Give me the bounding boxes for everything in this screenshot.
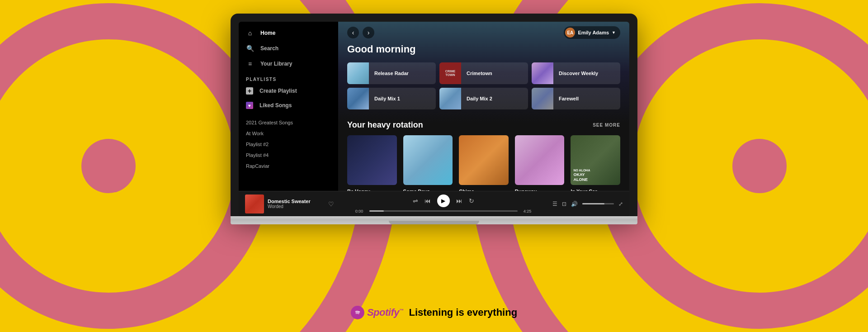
volume-fill <box>582 203 604 204</box>
np-artist-name: Worded <box>268 204 322 209</box>
fullscreen-button[interactable]: ⤢ <box>618 201 623 207</box>
daily-mix-1-art <box>347 88 369 109</box>
release-radar-art <box>347 62 369 84</box>
spotify-app: ⌂ Home 🔍 Search ≡ Your Library PLAYLISTS <box>239 22 629 216</box>
be-happy-art <box>347 135 397 185</box>
rotation-card-runaway[interactable]: Runaway Beast Coast <box>515 135 565 191</box>
sidebar-item-search[interactable]: 🔍 Search <box>239 41 338 56</box>
user-menu-button[interactable]: EA Emily Adams ▼ <box>564 26 620 39</box>
some-days-art <box>403 135 453 185</box>
progress-fill <box>369 210 384 212</box>
playlist-item[interactable]: Playlist #4 <box>239 150 338 161</box>
chime-title: Chime <box>459 189 509 191</box>
search-icon: 🔍 <box>246 44 254 52</box>
liked-songs-label: Liked Songs <box>259 102 292 109</box>
player-controls: ⇌ ⏮ ▶ ⏭ ↻ 0:00 4:25 <box>338 194 549 213</box>
some-days-title: Some Days <box>403 189 453 191</box>
sidebar-item-home[interactable]: ⌂ Home <box>239 25 338 41</box>
playlists-section-label: PLAYLISTS <box>239 71 338 84</box>
spotify-name: Spotify™ <box>367 307 404 318</box>
rotation-grid: Be Happy Gene Evaro Jr. Some Days Ira Wo… <box>347 135 620 191</box>
progress-bar[interactable]: 0:00 4:25 <box>353 209 534 213</box>
be-happy-title: Be Happy <box>347 189 397 191</box>
release-radar-label: Release Radar <box>369 71 414 76</box>
library-icon: ≡ <box>246 60 254 68</box>
playlist-item[interactable]: Playlist #2 <box>239 139 338 150</box>
previous-button[interactable]: ⏮ <box>425 197 431 204</box>
farewell-art <box>532 88 553 109</box>
daily-mix-1-label: Daily Mix 1 <box>369 96 406 101</box>
now-playing-info: Domestic Sweater Worded <box>268 199 322 209</box>
heart-button[interactable]: ♡ <box>328 200 334 208</box>
queue-button[interactable]: ☰ <box>552 201 557 207</box>
home-icon: ⌂ <box>246 29 254 37</box>
branding: Spotify™ Listening is everything <box>351 306 517 319</box>
rotation-card-be-happy[interactable]: Be Happy Gene Evaro Jr. <box>347 135 397 191</box>
runaway-art <box>515 135 565 185</box>
now-playing-artwork <box>245 194 264 213</box>
now-playing-bar: Domestic Sweater Worded ♡ ⇌ ⏮ ▶ ⏭ ↻ <box>239 191 629 216</box>
home-label: Home <box>260 30 275 36</box>
rotation-card-chime[interactable]: Chime Alan Gogoll <box>459 135 509 191</box>
back-button[interactable]: ‹ <box>347 27 359 38</box>
np-track-title: Domestic Sweater <box>268 199 322 204</box>
plus-icon: + <box>246 87 253 95</box>
quick-card-daily-mix-2[interactable]: Daily Mix 2 <box>439 88 528 109</box>
quick-card-discover-weekly[interactable]: Discover Weekly <box>532 62 620 84</box>
create-playlist-btn[interactable]: + Create Playlist <box>239 84 338 98</box>
crimetown-label: Crimetown <box>461 71 498 76</box>
svg-point-9 <box>732 139 787 193</box>
discover-weekly-art <box>532 62 553 84</box>
forward-button[interactable]: › <box>363 27 374 38</box>
player-buttons: ⇌ ⏮ ▶ ⏭ ↻ <box>413 194 474 207</box>
shuffle-button[interactable]: ⇌ <box>413 197 418 204</box>
rotation-card-some-days[interactable]: Some Days Ira Wolf <box>403 135 453 191</box>
play-pause-button[interactable]: ▶ <box>437 194 450 207</box>
quick-card-release-radar[interactable]: Release Radar <box>347 62 436 84</box>
repeat-button[interactable]: ↻ <box>469 197 474 204</box>
dropdown-icon: ▼ <box>612 30 616 35</box>
quick-card-daily-mix-1[interactable]: Daily Mix 1 <box>347 88 436 109</box>
trademark: ™ <box>399 308 404 313</box>
daily-mix-2-art <box>439 88 461 109</box>
playlist-item[interactable]: 2021 Greatest Songs <box>239 117 338 128</box>
main-content: ‹ › EA Emily Adams ▼ Good morning <box>338 22 629 191</box>
in-your-car-title: In Your Car <box>571 189 620 191</box>
volume-icon[interactable]: 🔊 <box>571 201 578 207</box>
tagline-text: Listening is everything <box>409 307 517 318</box>
svg-point-4 <box>81 139 136 193</box>
rotation-card-in-your-car[interactable]: NO ALOHAOKAYALONE In Your Car No Aloha <box>571 135 620 191</box>
liked-songs-btn[interactable]: ♥ Liked Songs <box>239 98 338 113</box>
quick-card-crimetown[interactable]: CRIMETOWN Crimetown <box>439 62 528 84</box>
extra-controls: ☰ ⊡ 🔊 ⤢ <box>552 201 623 207</box>
farewell-label: Farewell <box>553 96 584 101</box>
laptop-screen: ⌂ Home 🔍 Search ≡ Your Library PLAYLISTS <box>239 22 629 216</box>
laptop-base <box>231 216 637 224</box>
content-area: Good morning Release Radar <box>338 43 629 191</box>
heart-icon: ♥ <box>246 102 253 109</box>
progress-track[interactable] <box>369 210 518 212</box>
discover-weekly-label: Discover Weekly <box>553 71 604 76</box>
library-label: Your Library <box>260 61 292 67</box>
time-current: 0:00 <box>353 209 366 213</box>
spotify-logo: Spotify™ <box>351 306 404 319</box>
app-main: ⌂ Home 🔍 Search ≡ Your Library PLAYLISTS <box>239 22 629 191</box>
sidebar-item-library[interactable]: ≡ Your Library <box>239 56 338 71</box>
see-more-button[interactable]: SEE MORE <box>593 123 620 128</box>
devices-button[interactable]: ⊡ <box>562 201 566 207</box>
playlist-item[interactable]: At Work <box>239 128 338 139</box>
rotation-title: Your heavy rotation <box>347 120 423 130</box>
playlist-item[interactable]: RapCaviar <box>239 161 338 171</box>
quick-access-grid: Release Radar CRIMETOWN Crimetown <box>347 62 620 109</box>
time-total: 4:25 <box>521 209 534 213</box>
daily-mix-2-label: Daily Mix 2 <box>461 96 498 101</box>
chime-art <box>459 135 509 185</box>
next-button[interactable]: ⏭ <box>456 197 462 204</box>
laptop-bezel: ⌂ Home 🔍 Search ≡ Your Library PLAYLISTS <box>231 14 637 216</box>
volume-bar[interactable] <box>582 203 614 204</box>
quick-card-farewell[interactable]: Farewell <box>532 88 620 109</box>
rotation-section-header: Your heavy rotation SEE MORE <box>347 120 620 130</box>
spotify-svg-icon <box>354 308 362 317</box>
spotify-icon <box>351 306 364 319</box>
in-your-car-art: NO ALOHAOKAYALONE <box>571 135 620 185</box>
